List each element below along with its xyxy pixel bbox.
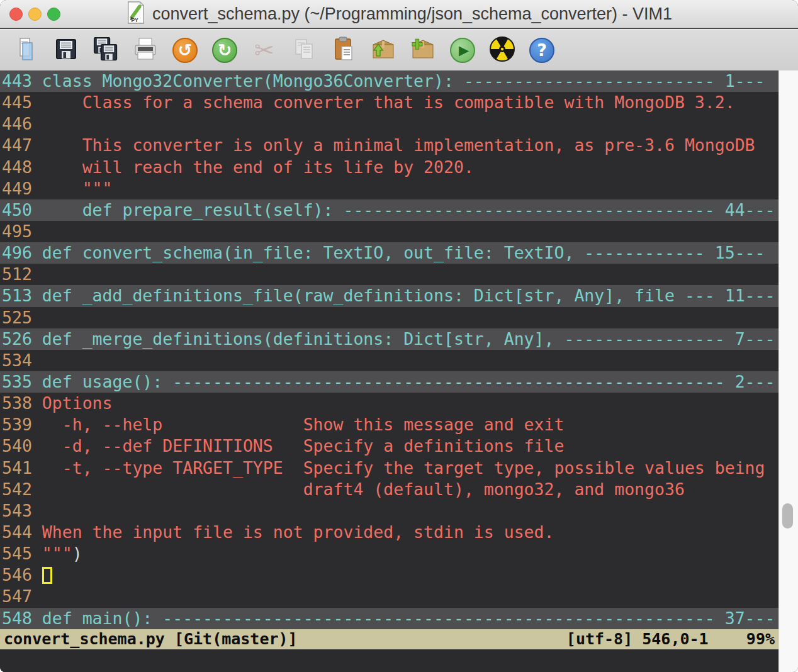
code-text: Options (42, 393, 113, 413)
run-script-button[interactable]: ▶ (449, 36, 476, 64)
line-number: 513 (2, 285, 42, 306)
undo-icon: ↺ (172, 38, 198, 63)
code-line-541[interactable]: 541 -t, --type TARGET_TYPE Specify the t… (0, 457, 778, 479)
folded-code-text: def usage(): ---------------------------… (42, 372, 775, 391)
close-button[interactable] (9, 8, 23, 21)
line-number: 543 (2, 500, 42, 522)
line-number: 496 (2, 242, 42, 264)
save-file-button[interactable] (52, 36, 80, 64)
code-line-545[interactable]: 545""") (0, 543, 778, 564)
code-area[interactable]: 443class Mongo32Converter(Mongo36Convert… (0, 70, 778, 629)
cut-button[interactable]: ✂ (250, 36, 278, 64)
folded-code-text: class Mongo32Converter(Mongo36Converter)… (42, 71, 765, 91)
copy-icon (290, 35, 318, 65)
code-line-535[interactable]: 535def usage(): ------------------------… (0, 371, 778, 393)
redo-button[interactable]: ↻ (211, 36, 239, 64)
help-button[interactable]: ? (528, 36, 556, 64)
load-session-button[interactable] (369, 36, 397, 64)
save-all-button[interactable] (92, 36, 120, 64)
code-line-446[interactable]: 446 (0, 113, 778, 135)
line-number: 447 (2, 135, 42, 156)
line-number: 448 (2, 157, 42, 178)
code-line-512[interactable]: 512 (0, 264, 778, 285)
save-file-icon (52, 35, 80, 65)
statusbar: convert_schema.py [Git(master)] [utf-8] … (0, 629, 778, 649)
line-number: 526 (2, 328, 42, 350)
scrollbar-track[interactable] (778, 70, 798, 672)
toolbar: ↺↻✂▶? (0, 29, 798, 70)
line-number: 541 (2, 457, 42, 479)
folded-code-text: def _add_definitions_file(raw_definition… (42, 286, 775, 305)
print-button[interactable] (132, 36, 159, 64)
build-tags-button[interactable] (488, 36, 516, 64)
code-line-526[interactable]: 526def _merge_definitions(definitions: D… (0, 328, 778, 350)
line-number: 545 (2, 543, 42, 564)
code-text: -t, --type TARGET_TYPE Specify the targe… (42, 458, 765, 478)
save-session-button[interactable] (409, 36, 437, 64)
code-line-546[interactable]: 546 (0, 564, 778, 586)
scrollbar-thumb[interactable] (782, 503, 793, 529)
command-line-area[interactable] (0, 649, 778, 672)
open-file-icon (13, 35, 40, 65)
print-icon (132, 35, 159, 65)
folded-code-text: def main(): ----------------------------… (42, 608, 775, 628)
line-number: 546 (2, 564, 42, 586)
code-line-445[interactable]: 445 Class for a schema converter that is… (0, 92, 778, 113)
line-number: 445 (2, 92, 42, 113)
code-line-547[interactable]: 547 (0, 586, 778, 607)
python-file-icon: PY (126, 1, 146, 27)
code-line-543[interactable]: 543 (0, 500, 778, 522)
code-line-495[interactable]: 495 (0, 221, 778, 242)
cut-icon: ✂ (254, 38, 274, 62)
zoom-button[interactable] (47, 8, 60, 21)
line-number: 542 (2, 479, 42, 500)
traffic-lights (9, 0, 60, 28)
line-number: 446 (2, 113, 42, 135)
undo-button[interactable]: ↺ (171, 36, 199, 64)
code-line-447[interactable]: 447 This converter is only a minimal imp… (0, 135, 778, 156)
line-number: 495 (2, 221, 42, 242)
code-line-534[interactable]: 534 (0, 350, 778, 371)
line-number: 534 (2, 350, 42, 371)
code-line-448[interactable]: 448 will reach the end of its life by 20… (0, 157, 778, 178)
line-number: 535 (2, 371, 42, 393)
code-line-496[interactable]: 496def convert_schema(in_file: TextIO, o… (0, 242, 778, 264)
minimize-button[interactable] (28, 8, 42, 21)
code-line-544[interactable]: 544When the input file is not provided, … (0, 522, 778, 543)
code-line-513[interactable]: 513def _add_definitions_file(raw_definit… (0, 285, 778, 306)
titlebar: PY convert_schema.py (~/Programming/json… (0, 0, 798, 28)
line-number: 525 (2, 307, 42, 328)
main-area: 443class Mongo32Converter(Mongo36Convert… (0, 70, 798, 672)
code-text: will reach the end of its life by 2020. (42, 157, 474, 177)
code-line-449[interactable]: 449 """ (0, 178, 778, 199)
code-line-548[interactable]: 548def main(): -------------------------… (0, 608, 778, 629)
line-number: 540 (2, 435, 42, 457)
code-text: This converter is only a minimal impleme… (42, 135, 755, 155)
open-file-button[interactable] (13, 36, 40, 64)
line-number: 449 (2, 178, 42, 199)
code-text: """ (42, 544, 72, 563)
code-text: When the input file is not provided, std… (42, 522, 554, 542)
save-session-icon (409, 35, 437, 65)
load-session-icon (369, 35, 397, 65)
statusbar-position-info: [utf-8] 546,0-1 99% (566, 629, 775, 649)
code-line-443[interactable]: 443class Mongo32Converter(Mongo36Convert… (0, 70, 778, 92)
code-line-542[interactable]: 542 draft4 (default), mongo32, and mongo… (0, 479, 778, 500)
code-line-538[interactable]: 538Options (0, 393, 778, 414)
paste-button[interactable] (330, 36, 357, 64)
line-number: 547 (2, 586, 42, 607)
vim-window: PY convert_schema.py (~/Programming/json… (0, 0, 798, 672)
folded-code-text: def convert_schema(in_file: TextIO, out_… (42, 243, 765, 262)
code-line-525[interactable]: 525 (0, 307, 778, 328)
code-line-540[interactable]: 540 -d, --def DEFINITIONS Specify a defi… (0, 435, 778, 457)
paste-icon (330, 35, 357, 65)
code-line-450[interactable]: 450 def prepare_result(self): ----------… (0, 199, 778, 221)
build-tags-icon (488, 35, 516, 65)
code-line-539[interactable]: 539 -h, --help Show this message and exi… (0, 414, 778, 435)
save-all-icon (92, 35, 120, 65)
run-script-icon: ▶ (450, 38, 475, 63)
redo-icon: ↻ (212, 38, 237, 63)
statusbar-file-info: convert_schema.py [Git(master)] (4, 629, 298, 649)
copy-button[interactable] (290, 36, 318, 64)
code-text: -h, --help Show this message and exit (42, 415, 565, 434)
